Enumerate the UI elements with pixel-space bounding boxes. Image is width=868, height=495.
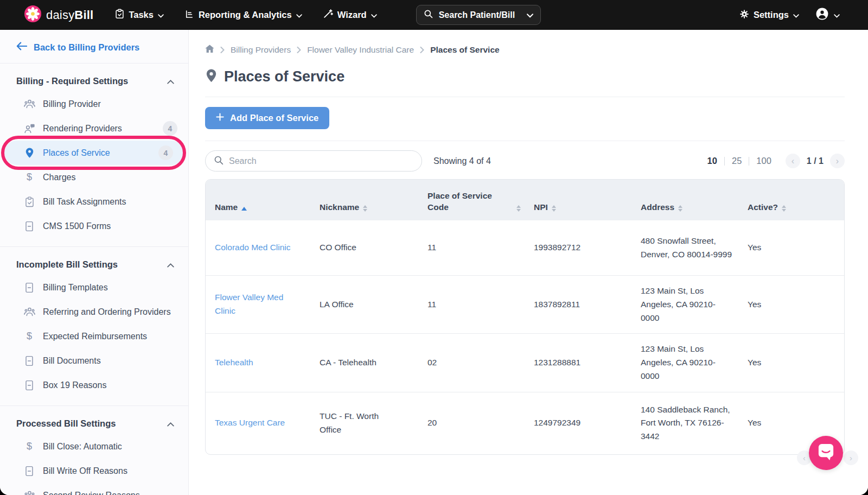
npi-cell: 1993892712 [534,232,641,263]
sidebar-item-label: Expected Reimbursements [43,332,177,341]
add-place-of-service-button[interactable]: Add Place of Service [205,107,329,129]
back-link-label: Back to Billing Providers [34,42,139,53]
address-cell: 140 Saddleback Ranch, Fort Worth, TX 761… [641,395,739,452]
address-cell: 480 Snowfall Street, Denver, CO 80014-99… [641,226,739,270]
breadcrumb-current: Places of Service [430,45,500,55]
dollar-icon: $ [23,441,36,452]
section-header-processed-bill[interactable]: Processed Bill Settings [0,413,188,434]
sidebar-item-box-19-reasons[interactable]: Box 19 Reasons [0,373,188,397]
chevron-down-icon [834,10,840,20]
sidebar-item-second-review-reasons[interactable]: Second Review Reasons [0,483,188,495]
place-link[interactable]: Texas Urgent Care [215,418,285,427]
map-pin-icon [205,68,218,85]
menu-tasks[interactable]: Tasks [115,9,164,21]
gear-icon [739,9,749,21]
map-pin-icon [23,147,36,158]
chevron-right-icon [420,47,424,53]
search-field[interactable] [205,150,422,172]
breadcrumb-billing-providers[interactable]: Billing Providers [231,45,291,55]
section-header-incomplete-bill[interactable]: Incomplete Bill Settings [0,254,188,275]
sidebar-item-bill-documents[interactable]: Bill Documents [0,348,188,373]
address-cell: 123 Main St, Los Angeles, CA 90210-0000 [641,276,739,333]
sidebar-item-cms-1500-forms[interactable]: CMS 1500 Forms [0,214,188,238]
sidebar-item-bill-write-off-reasons[interactable]: Bill Write Off Reasons [0,459,188,483]
next-page-button[interactable]: › [830,154,845,168]
column-header-pos-code[interactable]: Place of Service Code [427,191,534,213]
sidebar-item-label: Bill Close: Automatic [43,442,177,452]
search-patient-bill-label: Search Patient/Bill [439,10,515,20]
search-icon [424,9,433,21]
clipboard-check-icon [23,196,36,207]
divider [205,97,845,97]
sidebar-item-rendering-providers[interactable]: Rendering Providers 4 [0,116,188,141]
place-link[interactable]: Telehealth [215,358,253,367]
daisybill-logo[interactable]: daisyBill [24,5,93,24]
menu-wizard-label: Wizard [337,10,367,20]
settings-menu[interactable]: Settings [739,9,799,21]
dollar-icon: $ [23,172,36,183]
sidebar-item-bill-task-assignments[interactable]: Bill Task Assignments [0,189,188,214]
sidebar-item-label: Places of Service [43,148,158,158]
document-icon [23,466,36,477]
sidebar-item-label: Second Review Reasons [43,491,177,495]
sidebar-item-billing-templates[interactable]: Billing Templates [0,275,188,300]
active-cell: Yes [748,408,844,439]
back-to-billing-providers-link[interactable]: Back to Billing Providers [0,30,188,63]
home-icon[interactable] [205,45,214,55]
nickname-cell: TUC - Ft. Worth Office [320,401,390,446]
breadcrumb-flower-valley[interactable]: Flower Valley Industrial Care [307,45,414,55]
document-icon [23,282,36,293]
users-icon [23,490,36,495]
search-input[interactable] [229,156,413,166]
section-header-billing-required[interactable]: Billing - Required Settings [0,71,188,92]
column-header-name[interactable]: Name [215,202,320,213]
column-header-npi[interactable]: NPI [534,202,641,213]
section-title: Billing - Required Settings [16,76,128,86]
chevron-right-icon [220,47,225,53]
table-body: Colorado Med Clinic CO Office 11 1993892… [206,220,844,454]
page-size-100[interactable]: 100 [756,156,771,166]
column-header-address[interactable]: Address [641,202,748,213]
table-row: Telehealth CA - Telehealth 02 1231288881… [206,333,844,391]
users-icon [23,307,36,317]
sidebar-item-billing-provider[interactable]: Billing Provider [0,92,188,116]
active-cell: Yes [748,347,844,378]
sidebar-item-bill-close-automatic[interactable]: $ Bill Close: Automatic [0,434,188,459]
menu-reporting-analytics[interactable]: Reporting & Analytics [184,9,302,21]
column-header-nickname[interactable]: Nickname [320,202,427,213]
column-header-active[interactable]: Active? [748,202,844,213]
previous-page-button[interactable]: ‹ [786,154,800,168]
page-header: Places of Service [205,68,845,85]
arrow-left-icon [16,42,27,53]
page-size-10[interactable]: 10 [707,156,717,166]
sidebar-item-charges[interactable]: $ Charges [0,165,188,189]
chevron-down-icon [527,10,533,20]
active-cell: Yes [748,289,844,320]
section-title: Incomplete Bill Settings [16,259,118,270]
sidebar-item-referring-ordering-providers[interactable]: Referring and Ordering Providers [0,300,188,324]
sidebar-item-label: Referring and Ordering Providers [43,307,177,317]
chevron-down-icon [158,10,164,20]
chevron-right-icon [297,47,301,53]
place-link[interactable]: Colorado Med Clinic [215,243,291,252]
sort-icon [363,205,367,213]
next-page-button-bottom[interactable]: › [844,450,858,465]
sidebar-item-label: CMS 1500 Forms [43,221,177,231]
account-menu[interactable] [815,7,840,23]
sidebar-section-billing-required: Billing - Required Settings Billing Prov… [0,64,188,246]
count-badge: 4 [163,121,177,136]
search-patient-bill-button[interactable]: Search Patient/Bill [416,5,541,25]
menu-reporting-label: Reporting & Analytics [199,10,292,20]
top-navigation-bar: daisyBill Tasks [0,0,868,30]
page-size-25[interactable]: 25 [732,156,742,166]
table-row: Flower Valley Med Clinic LA Office 11 18… [206,275,844,333]
chat-widget-button[interactable] [809,436,843,470]
npi-cell: 1837892811 [534,289,641,320]
places-of-service-table: Name Nickname Place of Service Code NPI [205,179,845,455]
sidebar-item-expected-reimbursements[interactable]: $ Expected Reimbursements [0,324,188,348]
menu-wizard[interactable]: Wizard [323,9,377,21]
sidebar-item-label: Charges [43,173,177,182]
sidebar-item-places-of-service[interactable]: Places of Service 4 [4,141,184,165]
place-link[interactable]: Flower Valley Med Clinic [215,293,283,315]
document-icon [23,380,36,391]
